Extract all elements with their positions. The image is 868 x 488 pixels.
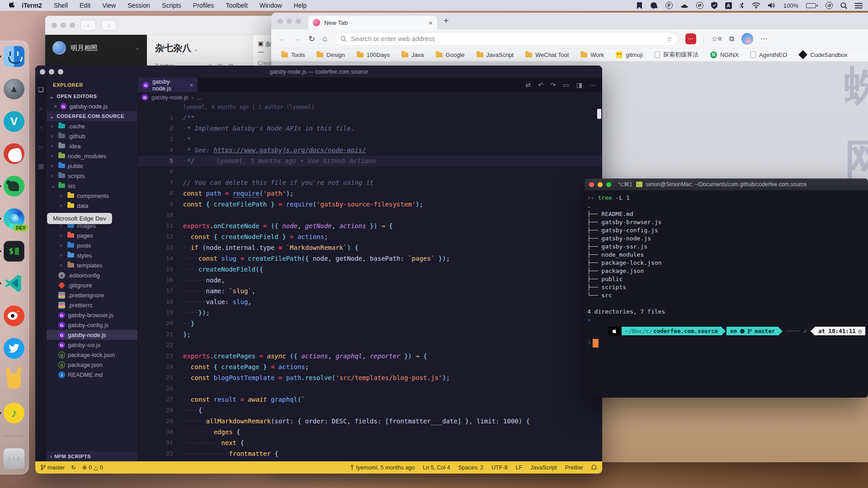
status-ln-5-col-4[interactable]: Ln 5, Col 4 bbox=[423, 465, 450, 471]
status-lf[interactable]: LF bbox=[516, 465, 523, 471]
tab-close-icon[interactable]: × bbox=[189, 82, 193, 89]
tree-item-gatsby-config.js[interactable]: Ggatsby-config.js bbox=[47, 320, 137, 330]
minimize-button[interactable] bbox=[598, 182, 603, 187]
dock-app-launchpad[interactable]: ▲ bbox=[3, 78, 25, 100]
new-tab-button[interactable]: + bbox=[443, 16, 449, 26]
status-spaces-2[interactable]: Spaces: 2 bbox=[458, 465, 484, 471]
bookmark-folder[interactable]: JavaScript bbox=[476, 52, 514, 58]
shield-check-icon[interactable] bbox=[711, 2, 717, 9]
bookmark-folder[interactable]: WeChat Tool bbox=[525, 52, 569, 58]
split-editor-icon[interactable]: ◨ bbox=[576, 81, 582, 89]
add-favorite-icon[interactable]: ☆ bbox=[666, 35, 672, 42]
bookmark-folder[interactable]: Java bbox=[401, 52, 424, 58]
browser-tab[interactable]: New Tab × bbox=[308, 16, 437, 29]
tree-item-styles[interactable]: ›styles bbox=[47, 250, 137, 260]
profile-avatar[interactable] bbox=[741, 33, 753, 45]
dock-app-edge-dev[interactable]: DEV bbox=[3, 208, 25, 230]
debug-icon[interactable]: ▷ bbox=[38, 143, 43, 150]
compare-icon[interactable]: ⇄ bbox=[525, 81, 531, 89]
tree-item-.github[interactable]: ›.github bbox=[47, 131, 137, 141]
close-button[interactable] bbox=[52, 23, 57, 28]
minimize-button[interactable] bbox=[61, 23, 66, 28]
home-icon[interactable]: ⌂ bbox=[322, 34, 327, 43]
tree-item-package.json[interactable]: {}package.json bbox=[47, 360, 137, 370]
terminal-body[interactable]: ›› tree -L 1 .├── README.md├── gatsby-br… bbox=[585, 190, 868, 398]
menu-item-profiles[interactable]: Profiles bbox=[193, 2, 214, 9]
tree-item-.editorconfig[interactable]: e.editorconfig bbox=[47, 270, 137, 280]
menu-item-shell[interactable]: Shell bbox=[54, 2, 68, 9]
minimize-button[interactable] bbox=[287, 19, 292, 24]
bluetooth-icon[interactable] bbox=[740, 2, 744, 9]
tree-item-src[interactable]: ⌄src bbox=[47, 181, 137, 191]
nav-forward-icon[interactable]: ↷ bbox=[551, 81, 556, 89]
close-button[interactable] bbox=[589, 182, 594, 187]
menu-item-view[interactable]: View bbox=[102, 2, 116, 9]
wifi-icon[interactable] bbox=[752, 2, 760, 9]
forward-button[interactable]: › bbox=[101, 20, 117, 31]
preview-icon[interactable]: ▭ bbox=[563, 81, 569, 89]
dock-app-weibo[interactable] bbox=[3, 305, 25, 327]
menu-item-toolbelt[interactable]: Toolbelt bbox=[226, 2, 248, 9]
editor-tab-active[interactable]: G gatsby-node.js × bbox=[138, 78, 198, 92]
tree-item-.prettierignore[interactable]: .prettierignore bbox=[47, 290, 137, 300]
paste-flag-icon[interactable] bbox=[637, 2, 642, 9]
evernote-icon[interactable] bbox=[650, 2, 658, 9]
tree-item-gatsby-node.js[interactable]: Ggatsby-node.js bbox=[47, 330, 137, 340]
nav-back-icon[interactable]: ↶ bbox=[538, 81, 543, 89]
code-editor[interactable]: lyemoml, 4 months ago | 1 author (lyemom… bbox=[138, 103, 602, 461]
battery-icon[interactable] bbox=[806, 2, 818, 9]
bookmark-nginx[interactable]: NNGINX bbox=[710, 52, 739, 58]
tree-item-scripts[interactable]: ›scripts bbox=[47, 171, 137, 181]
address-bar[interactable]: Search or enter web address ☆ bbox=[335, 32, 678, 46]
dock-app-v-app[interactable]: V bbox=[3, 111, 25, 132]
breadcrumb[interactable]: G gatsby-node.js › … bbox=[138, 92, 602, 103]
tree-item-pages[interactable]: ›pages bbox=[47, 230, 137, 240]
menu-item-iterm2[interactable]: iTerm2 bbox=[22, 2, 42, 9]
sync-status[interactable]: ↻ bbox=[71, 464, 75, 471]
dock-app-hand-gesture[interactable] bbox=[3, 370, 25, 392]
parallels-p-icon[interactable]: P bbox=[665, 2, 673, 9]
back-button[interactable]: ‹ bbox=[80, 20, 96, 31]
tree-item-public[interactable]: ›public bbox=[47, 161, 137, 171]
bookmark-folder[interactable]: 100Days bbox=[357, 52, 390, 58]
backup-arrow-icon[interactable]: ↺ bbox=[826, 2, 833, 9]
open-editor-item[interactable]: × G gatsby-node.js bbox=[47, 101, 137, 111]
status-prettier[interactable]: Prettier bbox=[565, 465, 583, 471]
open-editors-header[interactable]: ⌄ OPEN EDITORS bbox=[47, 91, 137, 101]
extensions-icon[interactable]: ▦ bbox=[38, 162, 44, 169]
zoom-button[interactable] bbox=[606, 182, 611, 187]
tree-item-.idea[interactable]: ›.idea bbox=[47, 141, 137, 151]
menu-item-window[interactable]: Window bbox=[259, 2, 282, 9]
tree-item-.prettierrc[interactable]: .prettierrc bbox=[47, 300, 137, 310]
notebook-title[interactable]: 杂七杂八 ⌄ bbox=[155, 42, 245, 54]
tree-item-.cache[interactable]: ›.cache bbox=[47, 121, 137, 131]
dock-app-trash[interactable]: ⋮⋮⋮ bbox=[3, 448, 25, 469]
tree-item-README.md[interactable]: iREADME.md bbox=[47, 370, 137, 380]
forward-icon[interactable]: → bbox=[293, 34, 301, 43]
status-blame[interactable]: lyemoml, 5 months ago bbox=[350, 465, 415, 471]
search-icon[interactable]: ⌕ bbox=[39, 105, 43, 113]
dock-app-qq-music[interactable]: ♪ bbox=[3, 402, 25, 424]
alfred-hat-icon[interactable] bbox=[680, 2, 689, 9]
npm-scripts-header[interactable]: › NPM SCRIPTS bbox=[47, 451, 137, 461]
dock-app-finder[interactable] bbox=[3, 46, 25, 67]
input-a-icon[interactable]: A bbox=[725, 2, 732, 9]
close-icon[interactable]: × bbox=[54, 103, 57, 110]
collections-icon[interactable]: ⧉ bbox=[729, 35, 734, 43]
favorites-icon[interactable]: ☆≡ bbox=[711, 34, 722, 43]
tree-item-.gitignore[interactable]: .gitignore bbox=[47, 280, 137, 290]
menu-item-scripts[interactable]: Scripts bbox=[162, 2, 181, 9]
menu-list-icon[interactable] bbox=[855, 2, 863, 9]
account-switcher[interactable]: 明月相照 ⌄ bbox=[52, 41, 140, 55]
tree-item-posts[interactable]: ›posts bbox=[47, 240, 137, 250]
explorer-icon[interactable]: ❏ bbox=[38, 86, 44, 93]
bookmark-emoji[interactable]: gitmoji bbox=[616, 52, 643, 58]
tree-item-node_modules[interactable]: ›node_modules bbox=[47, 151, 137, 161]
bookmark-folder[interactable]: Tools bbox=[281, 52, 305, 58]
source-control-icon[interactable]: ⑃ bbox=[39, 124, 42, 131]
settings-more-icon[interactable]: ⋯ bbox=[760, 34, 768, 43]
tree-item-components[interactable]: ›components bbox=[47, 191, 137, 201]
dock-app-evernote[interactable] bbox=[3, 175, 25, 197]
tree-item-data[interactable]: ›data bbox=[47, 201, 137, 211]
menu-item-help[interactable]: Help bbox=[294, 2, 307, 9]
